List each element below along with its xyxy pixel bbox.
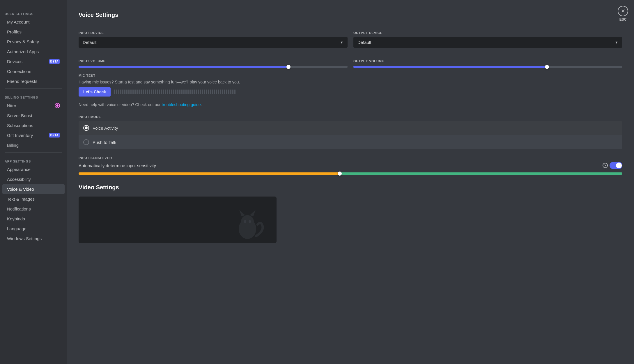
sidebar-divider-1 [5, 88, 62, 89]
mic-bar [137, 90, 138, 94]
chevron-down-icon: ▼ [615, 40, 618, 44]
mic-bar [198, 90, 199, 94]
sidebar-divider-2 [5, 152, 62, 153]
output-volume-slider[interactable] [353, 66, 622, 68]
mic-bar [200, 90, 201, 94]
sensitivity-slider[interactable] [79, 172, 622, 175]
user-settings-label: USER SETTINGS [0, 8, 67, 17]
output-device-dropdown[interactable]: Default ▼ [353, 37, 622, 48]
sidebar-item-profiles[interactable]: Profiles [2, 27, 65, 37]
mic-bar [196, 90, 197, 94]
mic-bar [169, 90, 170, 94]
mic-bar [228, 90, 229, 94]
page-title: Voice Settings [79, 12, 622, 18]
sensitivity-toggle[interactable]: ✕ [603, 162, 622, 169]
sidebar-item-accessibility[interactable]: Accessibility [2, 174, 65, 184]
auto-sensitivity-label: Automatically determine input sensitivit… [79, 163, 156, 168]
main-content: ✕ ESC Voice Settings INPUT DEVICE Defaul… [67, 0, 634, 364]
sidebar-item-privacy-safety[interactable]: Privacy & Safety [2, 37, 65, 47]
sidebar-item-devices[interactable]: Devices BETA [2, 57, 65, 66]
sidebar-item-notifications[interactable]: Notifications [2, 204, 65, 214]
mic-bar [122, 90, 123, 94]
sidebar-item-windows-settings[interactable]: Windows Settings [2, 234, 65, 243]
billing-settings-label: BILLING SETTINGS [0, 91, 67, 100]
sidebar-item-friend-requests[interactable]: Friend requests [2, 76, 65, 86]
sensitivity-toggle-track[interactable] [610, 162, 622, 169]
video-settings-title: Video Settings [79, 184, 622, 191]
mic-bar [234, 90, 235, 94]
mic-bar [118, 90, 119, 94]
device-dropdowns-row: INPUT DEVICE Default ▼ OUTPUT DEVICE Def… [79, 25, 622, 48]
troubleshooting-link[interactable]: troubleshooting guide [162, 102, 201, 107]
volume-row: INPUT VOLUME OUTPUT VOLUME [79, 53, 622, 68]
mic-bar [230, 90, 231, 94]
mic-bar [139, 90, 140, 94]
gift-inventory-beta-badge: BETA [49, 133, 60, 138]
video-preview [79, 197, 277, 243]
input-device-dropdown[interactable]: Default ▼ [79, 37, 348, 48]
sidebar-item-text-images[interactable]: Text & Images [2, 194, 65, 204]
sidebar-item-voice-video[interactable]: Voice & Video [2, 184, 65, 194]
svg-point-1 [56, 104, 59, 107]
sidebar-item-authorized-apps[interactable]: Authorized Apps [2, 47, 65, 56]
input-volume-slider[interactable] [79, 66, 348, 68]
sidebar-item-subscriptions[interactable]: Subscriptions [2, 121, 65, 130]
close-icon: ✕ [618, 6, 628, 16]
mic-bar [159, 90, 160, 94]
mic-bar [222, 90, 223, 94]
sidebar-item-appearance[interactable]: Appearance [2, 165, 65, 174]
voice-activity-radio [83, 125, 89, 131]
sidebar-item-server-boost[interactable]: Server Boost [2, 111, 65, 120]
push-to-talk-option[interactable]: Push to Talk [79, 135, 622, 149]
mic-bar [153, 90, 154, 94]
mic-bar [181, 90, 183, 94]
voice-activity-option[interactable]: Voice Activity [79, 121, 622, 135]
mic-bar [120, 90, 121, 94]
sidebar-item-keybinds[interactable]: Keybinds [2, 214, 65, 224]
mic-bar [171, 90, 172, 94]
nitro-icon [55, 103, 60, 108]
input-device-label: INPUT DEVICE [79, 31, 348, 35]
sidebar: USER SETTINGS My Account Profiles Privac… [0, 0, 67, 364]
svg-point-7 [249, 220, 251, 223]
mic-bar [214, 90, 215, 94]
lets-check-button[interactable]: Let's Check [79, 87, 111, 97]
input-volume-group: INPUT VOLUME [79, 53, 348, 68]
mic-bar [192, 90, 193, 94]
devices-beta-badge: BETA [49, 59, 60, 64]
mic-bar [226, 90, 227, 94]
mic-bar [187, 90, 189, 94]
sidebar-item-gift-inventory[interactable]: Gift Inventory BETA [2, 131, 65, 140]
app-settings-label: APP SETTINGS [0, 155, 67, 164]
output-device-group: OUTPUT DEVICE Default ▼ [353, 25, 622, 48]
mic-bar [220, 90, 221, 94]
close-button[interactable]: ✕ ESC [618, 6, 628, 22]
input-device-group: INPUT DEVICE Default ▼ [79, 25, 348, 48]
sidebar-item-connections[interactable]: Connections [2, 67, 65, 76]
sidebar-item-my-account[interactable]: My Account [2, 17, 65, 27]
mic-bar [141, 90, 142, 94]
input-mode-options: Voice Activity Push to Talk [79, 121, 622, 149]
sidebar-item-nitro[interactable]: Nitro [2, 101, 65, 110]
mic-bar [163, 90, 164, 94]
output-device-value: Default [357, 40, 371, 45]
input-sensitivity-label: INPUT SENSITIVITY [79, 156, 622, 160]
mic-test-row: Let's Check [79, 87, 622, 97]
help-text: Need help with voice or video? Check out… [79, 102, 622, 107]
svg-point-6 [244, 220, 246, 223]
input-device-value: Default [83, 40, 97, 45]
push-to-talk-radio [83, 139, 89, 145]
mic-bar [190, 90, 191, 94]
mic-bar [165, 90, 166, 94]
svg-point-3 [241, 215, 254, 228]
mic-bar [175, 90, 176, 94]
close-icon: ✕ [603, 163, 608, 168]
push-to-talk-label: Push to Talk [93, 140, 116, 145]
input-mode-label: INPUT MODE [79, 115, 622, 119]
voice-activity-label: Voice Activity [93, 126, 118, 131]
mic-bar [179, 90, 180, 94]
mic-test-label: MIC TEST [79, 74, 622, 77]
sidebar-item-language[interactable]: Language [2, 224, 65, 233]
sidebar-item-billing[interactable]: Billing [2, 140, 65, 150]
mic-bar [202, 90, 203, 94]
